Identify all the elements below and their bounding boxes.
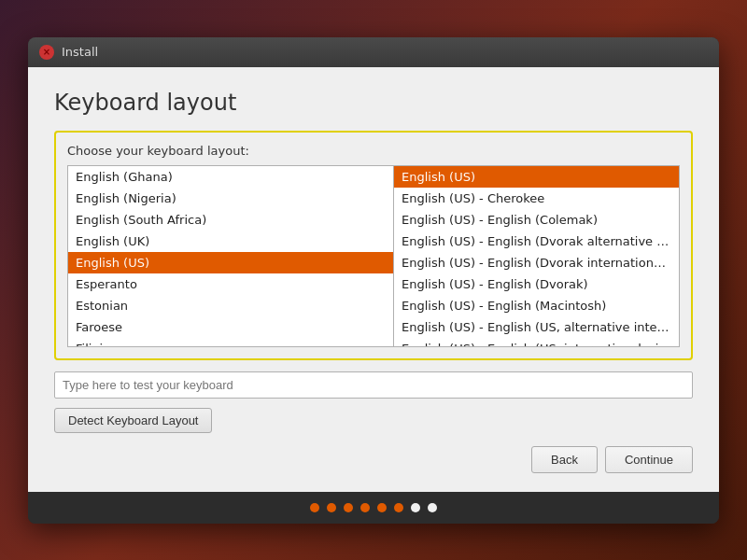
variant-item[interactable]: English (US) xyxy=(394,166,679,188)
install-window: × Install Keyboard layout Choose your ke… xyxy=(28,37,719,524)
progress-dot xyxy=(344,503,353,512)
choose-label: Choose your keyboard layout: xyxy=(67,144,680,158)
main-content: Keyboard layout Choose your keyboard lay… xyxy=(28,67,719,492)
language-list[interactable]: English (Ghana)English (Nigeria)English … xyxy=(67,165,394,347)
keyboard-test-input[interactable] xyxy=(54,371,693,399)
language-item[interactable]: Faroese xyxy=(68,316,393,338)
language-item[interactable]: English (US) xyxy=(68,252,393,273)
window-title: Install xyxy=(62,45,98,59)
lists-container: English (Ghana)English (Nigeria)English … xyxy=(67,165,680,347)
title-bar: × Install xyxy=(28,37,719,67)
variant-list-container: English (US)English (US) - CherokeeEngli… xyxy=(394,165,680,347)
language-item[interactable]: Filipino xyxy=(68,338,393,347)
variant-item[interactable]: English (US) - English (Colemak) xyxy=(394,209,679,231)
language-item[interactable]: English (Nigeria) xyxy=(68,188,393,209)
variant-item[interactable]: English (US) - English (Dvorak internati… xyxy=(394,252,679,273)
progress-dot xyxy=(411,503,420,512)
variant-item[interactable]: English (US) - English (US, internationa… xyxy=(394,338,679,346)
progress-dot xyxy=(394,503,403,512)
continue-button[interactable]: Continue xyxy=(605,446,693,473)
nav-buttons: Back Continue xyxy=(54,446,693,473)
variant-item[interactable]: English (US) - Cherokee xyxy=(394,188,679,209)
progress-dot xyxy=(327,503,336,512)
page-title: Keyboard layout xyxy=(54,90,693,116)
bottom-bar xyxy=(28,492,719,524)
variant-item[interactable]: English (US) - English (Dvorak alternati… xyxy=(394,231,679,252)
variant-item[interactable]: English (US) - English (US, alternative … xyxy=(394,316,679,338)
progress-dot xyxy=(310,503,319,512)
variant-item[interactable]: English (US) - English (Dvorak) xyxy=(394,273,679,295)
progress-dot xyxy=(428,503,437,512)
selection-area: Choose your keyboard layout: English (Gh… xyxy=(54,131,693,360)
language-item[interactable]: English (UK) xyxy=(68,231,393,252)
progress-dot xyxy=(360,503,370,512)
language-item[interactable]: Esperanto xyxy=(68,273,393,295)
language-item[interactable]: English (Ghana) xyxy=(68,166,393,188)
variant-list[interactable]: English (US)English (US) - CherokeeEngli… xyxy=(394,166,679,346)
back-button[interactable]: Back xyxy=(531,446,598,473)
progress-dot xyxy=(377,503,387,512)
variant-item[interactable]: English (US) - English (Macintosh) xyxy=(394,295,679,316)
close-button[interactable]: × xyxy=(39,45,54,60)
detect-keyboard-button[interactable]: Detect Keyboard Layout xyxy=(54,408,212,433)
language-item[interactable]: English (South Africa) xyxy=(68,209,393,231)
close-icon: × xyxy=(43,47,50,57)
language-item[interactable]: Estonian xyxy=(68,295,393,316)
